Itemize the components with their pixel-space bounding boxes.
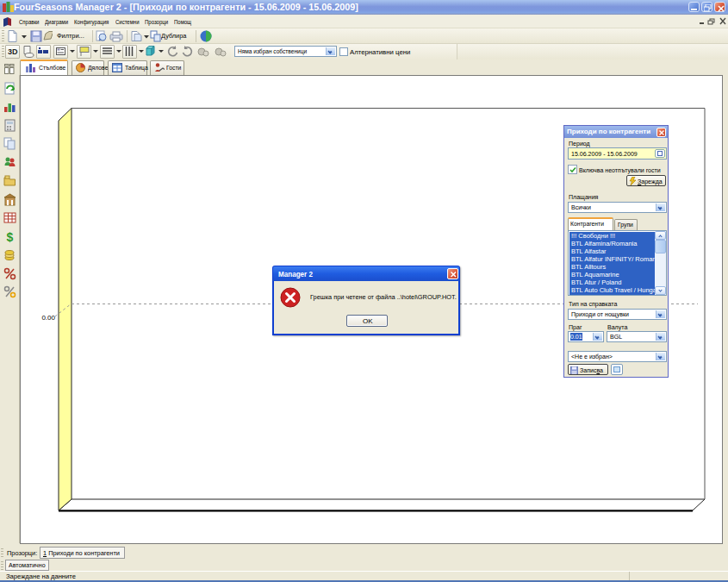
svg-text:$: $ [7,230,14,243]
svg-text:0.00: 0.00 [41,314,55,322]
